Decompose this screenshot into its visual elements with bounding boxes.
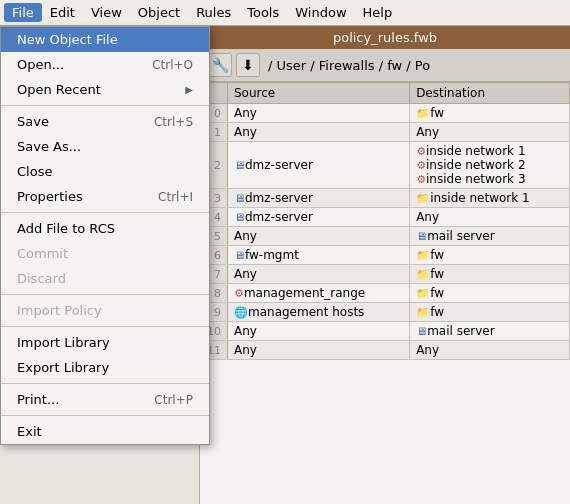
table-row[interactable]: 3 🖥dmz-server 📁inside network 1 [201, 189, 570, 208]
row-source: 🖥fw-mgmt [228, 246, 410, 265]
toolbar: 🔧 ⬇ / User / Firewalls / fw / Po [200, 49, 570, 82]
menu-label-import-policy: Import Policy [17, 303, 102, 318]
wrench-button[interactable]: 🔧 [208, 53, 232, 77]
breadcrumb: / User / Firewalls / fw / Po [264, 58, 430, 73]
table-row[interactable]: 9 🌐management hosts 📁fw [201, 303, 570, 322]
file-menu-dropdown: New Object File Open... Ctrl+O Open Rece… [0, 26, 210, 445]
row-source: 🖥dmz-server [228, 142, 410, 189]
menubar: File Edit View Object Rules Tools Window… [0, 0, 570, 26]
table-row[interactable]: 8 ⚙management_range 📁fw [201, 284, 570, 303]
table-row[interactable]: 0 Any 📁fw [201, 104, 570, 123]
menu-label-exit: Exit [17, 424, 42, 439]
row-destination: 📁inside network 1 [410, 189, 570, 208]
menu-shortcut-properties: Ctrl+I [158, 190, 193, 204]
table-row[interactable]: 2 🖥dmz-server ⚙inside network 1⚙inside n… [201, 142, 570, 189]
menu-open[interactable]: Open... Ctrl+O [1, 52, 209, 77]
table-row[interactable]: 6 🖥fw-mgmt 📁fw [201, 246, 570, 265]
row-source: 🖥dmz-server [228, 189, 410, 208]
content-area: policy_rules.fwb 🔧 ⬇ / User / Firewalls … [200, 26, 570, 504]
row-destination: 📁fw [410, 265, 570, 284]
row-source: Any [228, 265, 410, 284]
table-row[interactable]: 7 Any 📁fw [201, 265, 570, 284]
row-source: Any [228, 227, 410, 246]
menu-exit[interactable]: Exit [1, 419, 209, 444]
menu-properties[interactable]: Properties Ctrl+I [1, 184, 209, 209]
menu-label-open-recent: Open Recent [17, 82, 101, 97]
col-destination: Destination [410, 83, 570, 104]
divider-3 [1, 294, 209, 295]
content-header: policy_rules.fwb [200, 26, 570, 49]
menu-object[interactable]: Object [130, 3, 188, 22]
row-source: 🌐management hosts [228, 303, 410, 322]
divider-5 [1, 383, 209, 384]
divider-6 [1, 415, 209, 416]
menu-help[interactable]: Help [355, 3, 401, 22]
menu-shortcut-print: Ctrl+P [154, 393, 193, 407]
menu-shortcut-save: Ctrl+S [154, 115, 193, 129]
divider-4 [1, 326, 209, 327]
menu-tools[interactable]: Tools [239, 3, 287, 22]
row-source: Any [228, 104, 410, 123]
menu-view[interactable]: View [83, 3, 130, 22]
menu-save-as[interactable]: Save As... [1, 134, 209, 159]
menu-add-file-rcs[interactable]: Add File to RCS [1, 216, 209, 241]
menu-new-object-file[interactable]: New Object File [1, 27, 209, 52]
menu-label-discard: Discard [17, 271, 66, 286]
row-destination: 🖥mail server [410, 227, 570, 246]
menu-import-library[interactable]: Import Library [1, 330, 209, 355]
menu-shortcut-open: Ctrl+O [152, 58, 193, 72]
divider-1 [1, 105, 209, 106]
menu-export-library[interactable]: Export Library [1, 355, 209, 380]
row-destination: 📁fw [410, 104, 570, 123]
row-destination: ⚙inside network 1⚙inside network 2⚙insid… [410, 142, 570, 189]
menu-open-recent[interactable]: Open Recent [1, 77, 209, 102]
row-destination: 📁fw [410, 303, 570, 322]
row-source: Any [228, 123, 410, 142]
menu-discard: Discard [1, 266, 209, 291]
table-row[interactable]: 4 🖥dmz-server Any [201, 208, 570, 227]
row-source: 🖥dmz-server [228, 208, 410, 227]
menu-label-save-as: Save As... [17, 139, 81, 154]
menu-rules[interactable]: Rules [188, 3, 239, 22]
menu-label-new-object-file: New Object File [17, 32, 118, 47]
menu-window[interactable]: Window [287, 3, 354, 22]
menu-label-properties: Properties [17, 189, 83, 204]
menu-label-add-file-rcs: Add File to RCS [17, 221, 115, 236]
download-button[interactable]: ⬇ [236, 53, 260, 77]
col-source: Source [228, 83, 410, 104]
menu-label-open: Open... [17, 57, 64, 72]
menu-import-policy: Import Policy [1, 298, 209, 323]
menu-save[interactable]: Save Ctrl+S [1, 109, 209, 134]
menu-commit: Commit [1, 241, 209, 266]
menu-label-commit: Commit [17, 246, 68, 261]
menu-label-import-library: Import Library [17, 335, 110, 350]
row-destination: 📁fw [410, 246, 570, 265]
row-destination: Any [410, 208, 570, 227]
rules-table: Source Destination 0 Any 📁fw 1 Any Any 2… [200, 82, 570, 360]
row-destination: 🖥mail server [410, 322, 570, 341]
row-source: Any [228, 341, 410, 360]
menu-close[interactable]: Close [1, 159, 209, 184]
window-title: policy_rules.fwb [333, 30, 437, 45]
table-row[interactable]: 10 Any 🖥mail server [201, 322, 570, 341]
menu-file[interactable]: File [4, 3, 42, 22]
row-destination: Any [410, 123, 570, 142]
menu-label-save: Save [17, 114, 49, 129]
table-row[interactable]: 11 Any Any [201, 341, 570, 360]
table-row[interactable]: 1 Any Any [201, 123, 570, 142]
table-row[interactable]: 5 Any 🖥mail server [201, 227, 570, 246]
menu-print[interactable]: Print... Ctrl+P [1, 387, 209, 412]
menu-label-close: Close [17, 164, 52, 179]
menu-label-export-library: Export Library [17, 360, 109, 375]
row-destination: Any [410, 341, 570, 360]
row-source: Any [228, 322, 410, 341]
rules-table-container: Source Destination 0 Any 📁fw 1 Any Any 2… [200, 82, 570, 360]
menu-edit[interactable]: Edit [42, 3, 83, 22]
menu-label-print: Print... [17, 392, 59, 407]
row-source: ⚙management_range [228, 284, 410, 303]
divider-2 [1, 212, 209, 213]
row-destination: 📁fw [410, 284, 570, 303]
